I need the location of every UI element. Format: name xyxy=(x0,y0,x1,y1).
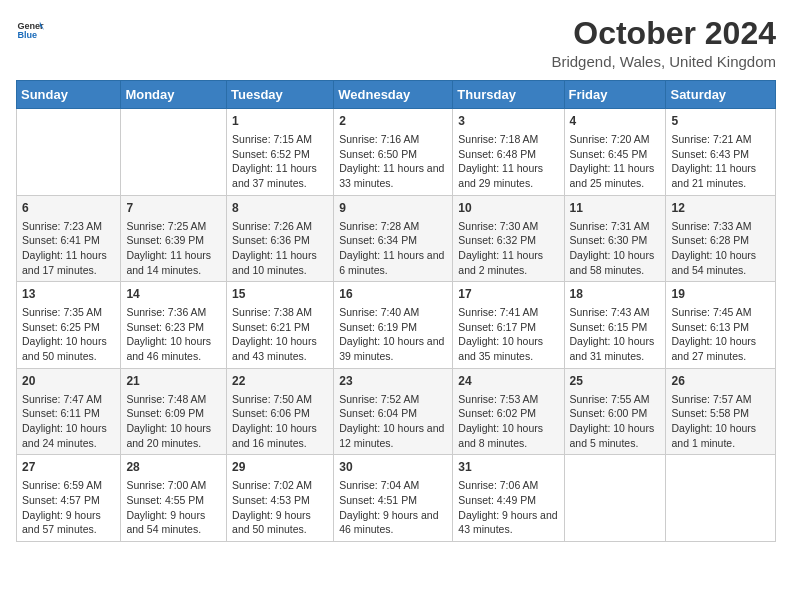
week-row-2: 6Sunrise: 7:23 AMSunset: 6:41 PMDaylight… xyxy=(17,195,776,282)
day-info: Daylight: 11 hours and 10 minutes. xyxy=(232,248,328,277)
day-number: 12 xyxy=(671,200,770,217)
calendar-cell: 7Sunrise: 7:25 AMSunset: 6:39 PMDaylight… xyxy=(121,195,227,282)
logo: General Blue xyxy=(16,16,44,44)
day-info: Daylight: 9 hours and 54 minutes. xyxy=(126,508,221,537)
calendar-cell: 31Sunrise: 7:06 AMSunset: 4:49 PMDayligh… xyxy=(453,455,564,542)
calendar-table: SundayMondayTuesdayWednesdayThursdayFrid… xyxy=(16,80,776,542)
calendar-cell: 28Sunrise: 7:00 AMSunset: 4:55 PMDayligh… xyxy=(121,455,227,542)
day-header-monday: Monday xyxy=(121,81,227,109)
day-number: 24 xyxy=(458,373,558,390)
day-info: Sunset: 6:09 PM xyxy=(126,406,221,421)
logo-icon: General Blue xyxy=(16,16,44,44)
day-info: Sunset: 4:49 PM xyxy=(458,493,558,508)
calendar-cell: 10Sunrise: 7:30 AMSunset: 6:32 PMDayligh… xyxy=(453,195,564,282)
day-info: Daylight: 9 hours and 46 minutes. xyxy=(339,508,447,537)
day-info: Daylight: 11 hours and 29 minutes. xyxy=(458,161,558,190)
calendar-cell: 29Sunrise: 7:02 AMSunset: 4:53 PMDayligh… xyxy=(227,455,334,542)
day-info: Sunrise: 7:21 AM xyxy=(671,132,770,147)
day-info: Sunset: 6:00 PM xyxy=(570,406,661,421)
day-header-sunday: Sunday xyxy=(17,81,121,109)
calendar-cell xyxy=(17,109,121,196)
day-info: Sunset: 6:21 PM xyxy=(232,320,328,335)
month-title: October 2024 xyxy=(551,16,776,51)
day-number: 30 xyxy=(339,459,447,476)
day-info: Sunset: 6:52 PM xyxy=(232,147,328,162)
day-header-thursday: Thursday xyxy=(453,81,564,109)
day-info: Daylight: 10 hours and 1 minute. xyxy=(671,421,770,450)
day-info: Sunset: 6:19 PM xyxy=(339,320,447,335)
calendar-cell: 30Sunrise: 7:04 AMSunset: 4:51 PMDayligh… xyxy=(334,455,453,542)
day-number: 20 xyxy=(22,373,115,390)
day-info: Sunrise: 6:59 AM xyxy=(22,478,115,493)
day-info: Daylight: 11 hours and 2 minutes. xyxy=(458,248,558,277)
day-info: Daylight: 10 hours and 12 minutes. xyxy=(339,421,447,450)
day-number: 25 xyxy=(570,373,661,390)
day-info: Sunrise: 7:16 AM xyxy=(339,132,447,147)
day-info: Sunrise: 7:40 AM xyxy=(339,305,447,320)
day-info: Sunset: 6:41 PM xyxy=(22,233,115,248)
svg-text:Blue: Blue xyxy=(17,30,37,40)
calendar-cell: 1Sunrise: 7:15 AMSunset: 6:52 PMDaylight… xyxy=(227,109,334,196)
day-info: Sunset: 6:32 PM xyxy=(458,233,558,248)
day-info: Daylight: 11 hours and 17 minutes. xyxy=(22,248,115,277)
calendar-cell xyxy=(666,455,776,542)
day-info: Sunrise: 7:15 AM xyxy=(232,132,328,147)
day-info: Daylight: 10 hours and 5 minutes. xyxy=(570,421,661,450)
day-info: Sunrise: 7:26 AM xyxy=(232,219,328,234)
week-row-5: 27Sunrise: 6:59 AMSunset: 4:57 PMDayligh… xyxy=(17,455,776,542)
day-info: Sunset: 4:53 PM xyxy=(232,493,328,508)
day-info: Sunrise: 7:47 AM xyxy=(22,392,115,407)
day-info: Sunrise: 7:30 AM xyxy=(458,219,558,234)
calendar-cell: 2Sunrise: 7:16 AMSunset: 6:50 PMDaylight… xyxy=(334,109,453,196)
day-info: Daylight: 10 hours and 16 minutes. xyxy=(232,421,328,450)
day-info: Sunrise: 7:50 AM xyxy=(232,392,328,407)
day-number: 19 xyxy=(671,286,770,303)
calendar-cell: 8Sunrise: 7:26 AMSunset: 6:36 PMDaylight… xyxy=(227,195,334,282)
day-number: 27 xyxy=(22,459,115,476)
calendar-cell: 6Sunrise: 7:23 AMSunset: 6:41 PMDaylight… xyxy=(17,195,121,282)
day-number: 6 xyxy=(22,200,115,217)
calendar-cell: 21Sunrise: 7:48 AMSunset: 6:09 PMDayligh… xyxy=(121,368,227,455)
calendar-cell: 16Sunrise: 7:40 AMSunset: 6:19 PMDayligh… xyxy=(334,282,453,369)
calendar-cell: 13Sunrise: 7:35 AMSunset: 6:25 PMDayligh… xyxy=(17,282,121,369)
header: General Blue October 2024 Bridgend, Wale… xyxy=(16,16,776,70)
calendar-cell: 5Sunrise: 7:21 AMSunset: 6:43 PMDaylight… xyxy=(666,109,776,196)
day-info: Daylight: 9 hours and 50 minutes. xyxy=(232,508,328,537)
day-number: 2 xyxy=(339,113,447,130)
day-number: 29 xyxy=(232,459,328,476)
day-info: Daylight: 10 hours and 43 minutes. xyxy=(232,334,328,363)
day-info: Sunrise: 7:00 AM xyxy=(126,478,221,493)
day-info: Sunrise: 7:48 AM xyxy=(126,392,221,407)
day-info: Daylight: 10 hours and 31 minutes. xyxy=(570,334,661,363)
week-row-3: 13Sunrise: 7:35 AMSunset: 6:25 PMDayligh… xyxy=(17,282,776,369)
calendar-cell: 4Sunrise: 7:20 AMSunset: 6:45 PMDaylight… xyxy=(564,109,666,196)
day-info: Sunrise: 7:53 AM xyxy=(458,392,558,407)
day-number: 1 xyxy=(232,113,328,130)
day-info: Sunset: 4:55 PM xyxy=(126,493,221,508)
day-number: 9 xyxy=(339,200,447,217)
day-info: Daylight: 10 hours and 50 minutes. xyxy=(22,334,115,363)
day-info: Sunset: 6:04 PM xyxy=(339,406,447,421)
day-info: Daylight: 10 hours and 27 minutes. xyxy=(671,334,770,363)
day-number: 23 xyxy=(339,373,447,390)
day-info: Sunrise: 7:28 AM xyxy=(339,219,447,234)
day-number: 11 xyxy=(570,200,661,217)
day-info: Sunset: 6:11 PM xyxy=(22,406,115,421)
day-number: 26 xyxy=(671,373,770,390)
day-info: Sunrise: 7:33 AM xyxy=(671,219,770,234)
day-number: 8 xyxy=(232,200,328,217)
day-info: Daylight: 11 hours and 6 minutes. xyxy=(339,248,447,277)
day-header-friday: Friday xyxy=(564,81,666,109)
day-info: Sunset: 6:39 PM xyxy=(126,233,221,248)
day-header-wednesday: Wednesday xyxy=(334,81,453,109)
day-info: Sunrise: 7:41 AM xyxy=(458,305,558,320)
day-info: Sunset: 6:36 PM xyxy=(232,233,328,248)
day-info: Sunset: 6:06 PM xyxy=(232,406,328,421)
day-info: Sunset: 6:34 PM xyxy=(339,233,447,248)
day-header-tuesday: Tuesday xyxy=(227,81,334,109)
calendar-cell: 22Sunrise: 7:50 AMSunset: 6:06 PMDayligh… xyxy=(227,368,334,455)
day-info: Daylight: 10 hours and 54 minutes. xyxy=(671,248,770,277)
calendar-cell: 27Sunrise: 6:59 AMSunset: 4:57 PMDayligh… xyxy=(17,455,121,542)
calendar-cell: 25Sunrise: 7:55 AMSunset: 6:00 PMDayligh… xyxy=(564,368,666,455)
day-info: Sunset: 6:48 PM xyxy=(458,147,558,162)
